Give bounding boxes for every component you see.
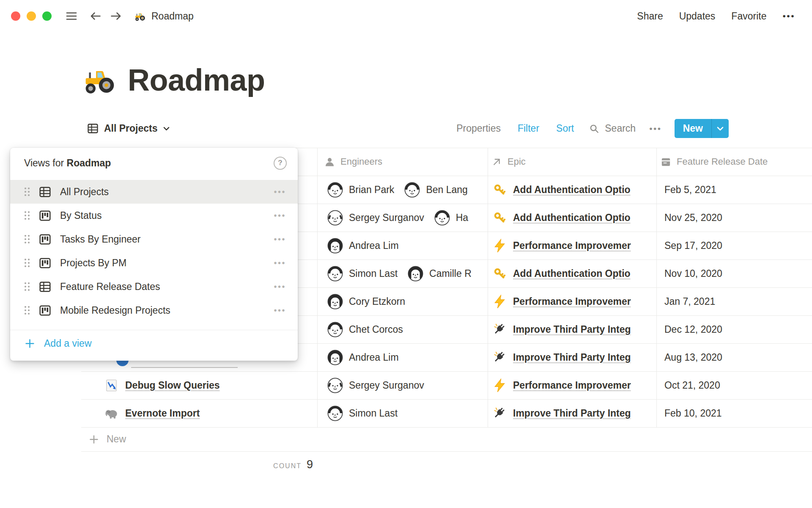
- person-chip[interactable]: Sergey Surganov: [327, 378, 424, 393]
- engineers-cell[interactable]: Andrea Lim: [317, 232, 488, 260]
- engineers-cell[interactable]: Chet Corcos: [317, 315, 488, 343]
- engineers-cell[interactable]: Simon LastCamille R: [317, 260, 488, 287]
- view-item-all-projects[interactable]: All Projects•••: [10, 180, 298, 204]
- epic-link[interactable]: Improve Third Party Integ: [513, 408, 631, 419]
- partially-hidden-page-link[interactable]: [131, 367, 238, 368]
- epic-link[interactable]: Improve Third Party Integ: [513, 324, 631, 335]
- count-aggregate[interactable]: COUNT 9: [81, 458, 313, 471]
- new-row-button[interactable]: New: [81, 427, 812, 451]
- close-window-button[interactable]: [11, 11, 20, 21]
- new-button[interactable]: New: [675, 119, 729, 138]
- more-options-icon[interactable]: •••: [782, 11, 795, 21]
- engineers-cell[interactable]: Simon Last: [317, 399, 488, 427]
- drag-handle-icon[interactable]: [24, 187, 30, 196]
- updates-button[interactable]: Updates: [679, 11, 716, 22]
- new-button-dropdown[interactable]: [712, 119, 729, 138]
- epic-link[interactable]: Improve Third Party Integ: [513, 352, 631, 363]
- view-item-more-icon[interactable]: •••: [274, 258, 286, 268]
- release-date-cell[interactable]: Dec 12, 2020: [656, 315, 812, 343]
- engineers-cell[interactable]: Andrea Lim: [317, 343, 488, 371]
- properties-button[interactable]: Properties: [456, 123, 501, 134]
- sidebar-menu-button[interactable]: [66, 11, 77, 21]
- person-chip[interactable]: Chet Corcos: [327, 322, 403, 337]
- epic-link[interactable]: Add Authentication Optio: [513, 268, 631, 279]
- epic-link[interactable]: Add Authentication Optio: [513, 212, 631, 224]
- search-button[interactable]: Search: [589, 123, 636, 134]
- view-item-more-icon[interactable]: •••: [274, 187, 286, 197]
- engineers-cell[interactable]: Sergey Surganov: [317, 371, 488, 399]
- release-date-cell[interactable]: Feb 10, 2021: [656, 399, 812, 427]
- release-date-cell[interactable]: Nov 25, 2020: [656, 204, 812, 232]
- epic-link[interactable]: Performance Improvemer: [513, 240, 631, 251]
- view-selector[interactable]: All Projects: [87, 119, 170, 138]
- person-chip[interactable]: Simon Last: [327, 406, 398, 421]
- epic-cell[interactable]: Performance Improvemer: [488, 371, 656, 399]
- epic-cell[interactable]: Performance Improvemer: [488, 287, 656, 315]
- drag-handle-icon[interactable]: [24, 306, 30, 315]
- drag-handle-icon[interactable]: [24, 235, 30, 244]
- view-item-more-icon[interactable]: •••: [274, 282, 286, 292]
- engineers-cell[interactable]: Cory Etzkorn: [317, 287, 488, 315]
- page-link[interactable]: Evernote Import: [125, 408, 200, 419]
- drag-handle-icon: [24, 187, 30, 196]
- release-date-cell[interactable]: Sep 17, 2020: [656, 232, 812, 260]
- engineers-cell[interactable]: Sergey SurganovHa: [317, 204, 488, 232]
- release-date-cell[interactable]: Jan 7, 2021: [656, 287, 812, 315]
- epic-cell[interactable]: Improve Third Party Integ: [488, 343, 656, 371]
- sort-button[interactable]: Sort: [556, 123, 574, 134]
- toolbar-more-icon[interactable]: •••: [649, 124, 662, 134]
- column-header-feature-release-date[interactable]: Feature Release Date: [656, 148, 812, 176]
- view-item-more-icon[interactable]: •••: [274, 306, 286, 315]
- view-item-by-status[interactable]: By Status•••: [10, 204, 298, 227]
- forward-button[interactable]: [110, 11, 122, 21]
- help-icon[interactable]: ?: [274, 157, 287, 170]
- person-chip[interactable]: Sergey Surganov: [327, 210, 424, 226]
- view-item-tasks-by-engineer[interactable]: Tasks By Engineer•••: [10, 227, 298, 251]
- epic-link[interactable]: Add Authentication Optio: [513, 184, 631, 196]
- drag-handle-icon[interactable]: [24, 282, 30, 291]
- view-item-more-icon[interactable]: •••: [274, 211, 286, 221]
- person-chip[interactable]: Ben Lang: [404, 182, 467, 198]
- tractor-icon[interactable]: [83, 63, 117, 97]
- person-chip[interactable]: Camille R: [408, 266, 472, 282]
- page-name-cell[interactable]: Debug Slow Queries: [81, 371, 317, 399]
- page-name-cell[interactable]: Evernote Import: [81, 399, 317, 427]
- person-chip[interactable]: Ha: [434, 210, 468, 226]
- engineers-cell[interactable]: Brian ParkBen Lang: [317, 176, 488, 204]
- release-date-cell[interactable]: Feb 5, 2021: [656, 176, 812, 204]
- person-chip[interactable]: Andrea Lim: [327, 238, 399, 254]
- share-button[interactable]: Share: [637, 11, 663, 22]
- minimize-window-button[interactable]: [27, 11, 36, 21]
- page-title[interactable]: Roadmap: [128, 63, 265, 97]
- view-item-feature-release-dates[interactable]: Feature Release Dates•••: [10, 275, 298, 298]
- release-date-cell[interactable]: Nov 10, 2020: [656, 260, 812, 287]
- view-item-more-icon[interactable]: •••: [274, 235, 286, 244]
- zoom-window-button[interactable]: [42, 11, 52, 21]
- favorite-button[interactable]: Favorite: [731, 11, 766, 22]
- epic-cell[interactable]: Add Authentication Optio: [488, 176, 656, 204]
- person-chip[interactable]: Brian Park: [327, 182, 394, 198]
- epic-link[interactable]: Performance Improvemer: [513, 380, 631, 391]
- release-date-cell[interactable]: Aug 13, 2020: [656, 343, 812, 371]
- breadcrumb[interactable]: Roadmap: [134, 11, 194, 22]
- person-chip[interactable]: Cory Etzkorn: [327, 294, 405, 309]
- view-item-mobile-redesign-projects[interactable]: Mobile Redesign Projects•••: [10, 298, 298, 322]
- epic-cell[interactable]: Improve Third Party Integ: [488, 399, 656, 427]
- filter-button[interactable]: Filter: [518, 123, 539, 134]
- drag-handle-icon[interactable]: [24, 211, 30, 220]
- column-header-epic[interactable]: Epic: [488, 148, 656, 176]
- view-item-projects-by-pm[interactable]: Projects By PM•••: [10, 251, 298, 275]
- epic-cell[interactable]: Add Authentication Optio: [488, 204, 656, 232]
- person-chip[interactable]: Andrea Lim: [327, 350, 399, 365]
- epic-link[interactable]: Performance Improvemer: [513, 296, 631, 307]
- person-chip[interactable]: Simon Last: [327, 266, 398, 282]
- column-header-engineers[interactable]: Engineers: [317, 148, 488, 176]
- epic-cell[interactable]: Improve Third Party Integ: [488, 315, 656, 343]
- add-view-button[interactable]: Add a view: [10, 330, 298, 356]
- epic-cell[interactable]: Add Authentication Optio: [488, 260, 656, 287]
- release-date-cell[interactable]: Oct 21, 2020: [656, 371, 812, 399]
- page-link[interactable]: Debug Slow Queries: [125, 380, 220, 391]
- epic-cell[interactable]: Performance Improvemer: [488, 232, 656, 260]
- drag-handle-icon[interactable]: [24, 258, 30, 268]
- back-button[interactable]: [90, 11, 101, 21]
